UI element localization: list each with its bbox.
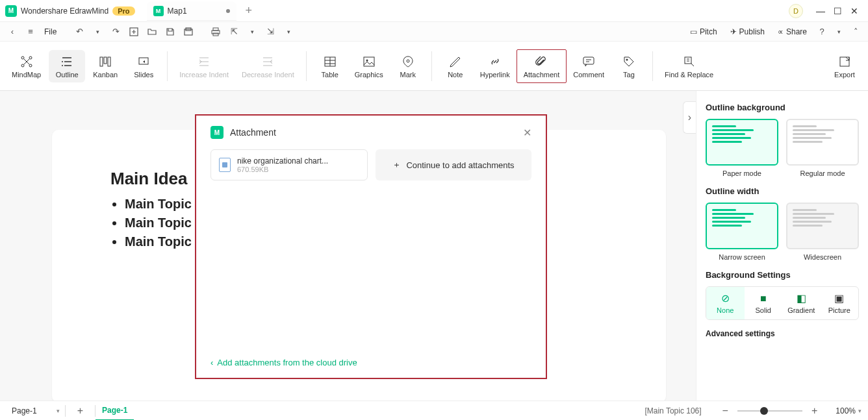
paper-mode-option[interactable]: Paper mode — [706, 119, 778, 177]
sidebar-toggle[interactable]: › — [683, 101, 696, 134]
close-button[interactable]: ✕ — [846, 3, 863, 19]
cloud-attachments-link[interactable]: ‹ Add attachments from the cloud drive — [211, 358, 531, 367]
pitch-button[interactable]: ▭Pitch — [685, 27, 722, 36]
attachment-button[interactable]: Attachment — [517, 49, 567, 83]
share-button[interactable]: ∝Share — [772, 27, 812, 36]
note-button[interactable]: Note — [437, 50, 474, 82]
collapse-ribbon-button[interactable]: ˄ — [849, 25, 863, 39]
new-button[interactable] — [127, 25, 141, 39]
export-dropdown[interactable]: ▾ — [245, 25, 259, 39]
svg-point-11 — [62, 65, 63, 66]
minimize-button[interactable]: — — [812, 3, 829, 19]
dialog-title: Attachment — [230, 127, 276, 138]
outline-bg-heading: Outline background — [706, 103, 859, 112]
selection-info: [Main Topic 106] — [645, 406, 701, 415]
import-dropdown[interactable]: ▾ — [281, 25, 296, 39]
svg-rect-15 — [139, 58, 148, 64]
outline-view[interactable]: Outline — [49, 50, 85, 82]
paperclip-icon — [535, 54, 548, 69]
increase-indent-button[interactable]: Increase Indent — [173, 50, 235, 82]
save-button[interactable] — [163, 25, 177, 39]
svg-rect-23 — [840, 57, 849, 66]
tag-button[interactable]: Tag — [611, 50, 647, 82]
kanban-view[interactable]: Kanban — [86, 50, 124, 82]
decrease-indent-button[interactable]: Decrease Indent — [235, 50, 301, 82]
attachment-card[interactable]: nike organizational chart... 670.59KB — [211, 149, 368, 180]
svg-point-6 — [21, 56, 24, 59]
bg-gradient-option[interactable]: ◧Gradient — [782, 287, 821, 319]
svg-rect-13 — [104, 57, 107, 64]
find-replace-button[interactable]: Find & Replace — [658, 50, 720, 82]
quick-toolbar: ‹ ≡ File ↶ ▾ ↷ ⇱ ▾ ⇲ ▾ ▭Pitch ✈Publish ∝… — [0, 22, 868, 42]
pro-badge: Pro — [112, 6, 134, 16]
zoom-out-button[interactable]: − — [720, 405, 731, 417]
svg-rect-12 — [100, 57, 103, 66]
page-selector[interactable]: Page-1▾ — [6, 405, 65, 417]
export-button[interactable]: Export — [826, 50, 863, 82]
undo-dropdown[interactable]: ▾ — [90, 25, 105, 39]
graphics-button[interactable]: Graphics — [348, 50, 390, 82]
user-avatar[interactable]: D — [789, 4, 803, 18]
graphics-icon — [363, 54, 376, 69]
mark-button[interactable]: Mark — [390, 50, 426, 82]
bg-settings-heading: Background Settings — [706, 270, 859, 280]
file-menu[interactable]: File — [42, 27, 59, 36]
new-tab-button[interactable]: + — [246, 4, 253, 18]
outline-icon — [60, 54, 73, 69]
file-icon — [219, 158, 231, 172]
add-page-button[interactable]: + — [77, 405, 83, 417]
widescreen-option[interactable]: Widescreen — [786, 203, 859, 261]
document-tab[interactable]: M Map1 — [147, 1, 236, 21]
table-button[interactable]: Table — [312, 50, 348, 82]
bg-picture-option[interactable]: ▣Picture — [821, 287, 859, 319]
maximize-button[interactable]: ☐ — [829, 3, 846, 19]
titlebar: M Wondershare EdrawMind Pro M Map1 + D —… — [0, 0, 868, 22]
help-button[interactable]: ? — [815, 25, 829, 39]
page-tab[interactable]: Page-1 — [96, 401, 134, 421]
open-button[interactable] — [145, 25, 159, 39]
advanced-settings-heading: Advanced settings — [706, 329, 859, 338]
print-button[interactable] — [209, 25, 223, 39]
back-button[interactable]: ‹ — [5, 25, 19, 39]
dialog-app-icon: M — [211, 126, 223, 139]
zoom-in-button[interactable]: + — [809, 405, 820, 417]
none-icon: ⊘ — [721, 292, 730, 304]
redo-button[interactable]: ↷ — [108, 25, 123, 39]
add-attachment-button[interactable]: ＋ Continue to add attachments — [376, 149, 531, 180]
narrow-thumb — [706, 203, 778, 249]
unsaved-dot-icon — [226, 9, 230, 13]
regular-mode-option[interactable]: Regular mode — [786, 119, 859, 177]
menu-button[interactable]: ≡ — [23, 25, 38, 39]
saveas-button[interactable] — [181, 25, 196, 39]
zoom-thumb[interactable] — [760, 407, 768, 415]
publish-icon: ✈ — [730, 27, 737, 36]
gradient-icon: ◧ — [797, 292, 806, 304]
side-panel: Outline background Paper mode Regular mo… — [696, 91, 868, 401]
comment-button[interactable]: Comment — [567, 50, 611, 82]
export-icon — [838, 54, 851, 69]
zoom-control: − + 100%▾ — [720, 405, 862, 417]
table-icon — [324, 54, 337, 69]
attachment-name: nike organizational chart... — [237, 156, 328, 166]
bg-none-option[interactable]: ⊘None — [706, 287, 745, 319]
narrow-screen-option[interactable]: Narrow screen — [706, 203, 778, 261]
bg-solid-option[interactable]: ■Solid — [745, 287, 783, 319]
hyperlink-button[interactable]: Hyperlink — [474, 50, 517, 82]
svg-point-8 — [21, 64, 24, 67]
link-icon — [489, 54, 502, 69]
mark-icon — [402, 54, 415, 69]
mindmap-view[interactable]: MindMap — [5, 50, 47, 82]
zoom-percent[interactable]: 100%▾ — [836, 406, 862, 415]
slides-icon — [137, 54, 150, 69]
slides-view[interactable]: Slides — [125, 50, 162, 82]
export-quick-button[interactable]: ⇱ — [227, 25, 241, 39]
paper-mode-thumb — [706, 119, 778, 166]
undo-button[interactable]: ↶ — [72, 25, 86, 39]
dialog-close-button[interactable]: ✕ — [523, 127, 531, 139]
import-button[interactable]: ⇲ — [263, 25, 277, 39]
publish-button[interactable]: ✈Publish — [725, 27, 770, 36]
svg-rect-20 — [583, 57, 594, 64]
help-dropdown[interactable]: ▾ — [832, 25, 846, 39]
zoom-slider[interactable] — [737, 410, 802, 412]
indent-left-icon — [261, 54, 274, 69]
